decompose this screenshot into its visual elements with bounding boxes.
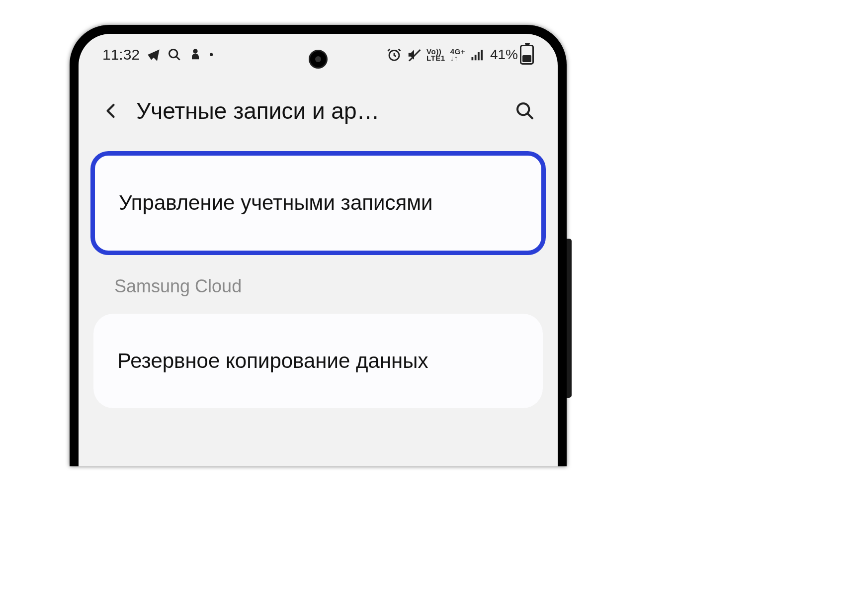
battery-percentage: 41% [490,47,518,63]
svg-rect-8 [481,50,483,60]
svg-point-2 [193,49,197,53]
app-notification-icon [188,48,202,62]
telegram-icon [147,48,161,62]
manage-accounts-label: Управление учетными записями [119,182,517,224]
svg-line-10 [528,114,532,118]
status-time: 11:32 [102,46,140,63]
svg-rect-5 [471,57,473,60]
page-title: Учетные записи и ар… [136,97,500,124]
backup-data-item[interactable]: Резервное копирование данных [93,314,543,409]
section-header-samsung-cloud: Samsung Cloud [79,255,558,314]
status-bar-right: Vo)) LTE1 4G+ ↓↑ 41% [387,45,534,65]
network-type-indicator: 4G+ ↓↑ [450,48,465,62]
phone-screen: 11:32 • Vo)) [79,34,558,466]
camera-hole [309,50,328,69]
more-notifications-dot-icon: • [209,48,213,62]
battery-icon [520,45,534,65]
mute-icon [407,47,422,62]
manage-accounts-item[interactable]: Управление учетными записями [90,151,546,255]
app-bar: Учетные записи и ар… [79,71,558,151]
backup-data-label: Резервное копирование данных [117,341,519,382]
signal-icon [470,47,485,62]
battery-indicator: 41% [490,45,534,65]
search-button[interactable] [514,100,536,122]
volte-indicator: Vo)) LTE1 [426,48,445,62]
back-button[interactable] [100,100,122,122]
svg-point-0 [169,50,177,58]
phone-frame: 11:32 • Vo)) [70,25,567,466]
svg-rect-7 [478,52,480,60]
side-button [567,239,572,398]
alarm-icon [387,47,402,62]
status-bar-left: 11:32 • [102,46,213,63]
svg-line-1 [176,57,180,60]
search-icon [168,48,181,62]
svg-rect-6 [475,55,477,60]
